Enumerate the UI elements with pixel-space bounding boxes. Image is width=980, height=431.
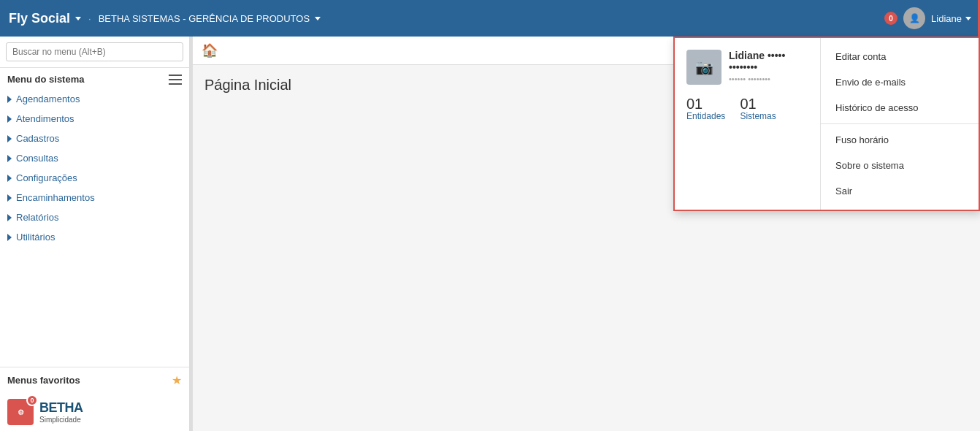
arrow-icon (7, 115, 12, 123)
sidebar-item[interactable]: Encaminhamentos (0, 188, 189, 207)
home-icon[interactable]: 🏠 (202, 42, 218, 58)
star-icon: ★ (172, 373, 182, 387)
sidebar-items: AgendamentosAtendimentosCadastrosConsult… (0, 88, 189, 248)
dropdown-menu-item[interactable]: Envio de e-mails (821, 69, 979, 95)
dropdown-menu-item[interactable]: Editar conta (821, 44, 979, 69)
user-dropdown-menu: Editar contaEnvio de e-mailsHistórico de… (821, 38, 979, 210)
arrow-icon (7, 234, 12, 241)
arrow-icon (7, 194, 12, 202)
sidebar-search-area (0, 37, 189, 68)
systems-link[interactable]: Sistemas (740, 111, 776, 121)
notification-badge[interactable]: 0 (884, 12, 897, 25)
user-caret-icon (965, 17, 971, 20)
navbar: Fly Social · BETHA SISTEMAS - GERÊNCIA D… (0, 0, 980, 37)
camera-icon: 📷 (695, 58, 713, 76)
dropdown-menu-item[interactable]: Histórico de acesso (821, 95, 979, 121)
sidebar-item-label: Relatórios (16, 212, 59, 223)
user-dropdown-profile: 📷 Lidiane ••••• •••••••• •••••• ••••••••… (675, 38, 821, 210)
sidebar-item-label: Configurações (16, 172, 77, 183)
betha-icon-label: ⚙ (18, 408, 24, 416)
sidebar-item[interactable]: Relatórios (0, 207, 189, 227)
user-avatar-large: 📷 (686, 50, 721, 85)
sidebar-menu-title: Menu do sistema (7, 74, 84, 85)
avatar[interactable]: 👤 (903, 7, 925, 29)
entities-link[interactable]: Entidades (686, 111, 725, 121)
dropdown-menu-item[interactable]: Sair (821, 178, 979, 204)
dropdown-divider (821, 123, 979, 124)
favorites-title: Menus favoritos (7, 375, 80, 386)
sidebar: Menu do sistema AgendamentosAtendimentos… (0, 37, 190, 431)
entities-count: 01 (686, 96, 703, 111)
sidebar-item[interactable]: Consultas (0, 148, 189, 168)
sidebar-item-label: Atendimentos (16, 113, 74, 124)
company-caret-icon (315, 17, 321, 20)
brand-logo[interactable]: Fly Social (9, 11, 81, 26)
sidebar-item[interactable]: Configurações (0, 168, 189, 188)
sidebar-item-label: Consultas (16, 153, 58, 164)
systems-stat: 01 Sistemas (740, 96, 776, 121)
nav-divider: · (88, 13, 91, 24)
betha-icon: ⚙ 0 (7, 399, 34, 425)
entities-stat: 01 Entidades (686, 96, 725, 121)
sidebar-bottom: Menus favoritos ★ ⚙ 0 BETHA Simplicidade (0, 367, 189, 431)
dropdown-menu-item[interactable]: Fuso horário (821, 127, 979, 153)
navbar-right: 0 👤 Lidiane (884, 7, 971, 29)
betha-badge: 0 (26, 394, 38, 406)
betha-name: BETHA (39, 400, 83, 416)
dropdown-menu-item[interactable]: Sobre o sistema (821, 153, 979, 178)
sidebar-item-label: Agendamentos (16, 94, 80, 104)
company-label: BETHA SISTEMAS - GERÊNCIA DE PRODUTOS (99, 13, 310, 24)
betha-logo-text: BETHA Simplicidade (39, 400, 83, 424)
arrow-icon (7, 96, 12, 103)
betha-slogan: Simplicidade (39, 416, 83, 424)
systems-count: 01 (740, 96, 756, 111)
brand-caret-icon (75, 17, 81, 20)
user-full-name: Lidiane ••••• •••••••• (729, 50, 808, 73)
betha-logo-area: ⚙ 0 BETHA Simplicidade (0, 393, 189, 431)
user-menu-trigger[interactable]: Lidiane (931, 13, 971, 24)
company-menu[interactable]: BETHA SISTEMAS - GERÊNCIA DE PRODUTOS (99, 13, 321, 24)
user-profile-area: 📷 Lidiane ••••• •••••••• •••••• •••••••• (686, 50, 808, 85)
search-input[interactable] (6, 42, 183, 61)
arrow-icon (7, 155, 12, 162)
sidebar-item[interactable]: Atendimentos (0, 109, 189, 129)
user-dropdown: 📷 Lidiane ••••• •••••••• •••••• ••••••••… (673, 37, 980, 211)
brand-label: Fly Social (9, 11, 70, 26)
arrow-icon (7, 175, 12, 182)
arrow-icon (7, 214, 12, 221)
sidebar-item[interactable]: Agendamentos (0, 89, 189, 109)
user-info: Lidiane ••••• •••••••• •••••• •••••••• (729, 50, 808, 83)
avatar-icon: 👤 (909, 13, 920, 23)
sidebar-menu-header: Menu do sistema (0, 68, 189, 88)
sidebar-item-label: Utilitários (16, 232, 55, 243)
favorites-header: Menus favoritos ★ (0, 367, 189, 393)
sidebar-item[interactable]: Cadastros (0, 129, 189, 148)
sidebar-menu-icon[interactable] (169, 75, 182, 85)
sidebar-item-label: Cadastros (16, 133, 59, 144)
arrow-icon (7, 135, 12, 142)
sidebar-item-label: Encaminhamentos (16, 192, 95, 203)
user-stats: 01 Entidades 01 Sistemas (686, 96, 808, 121)
user-email: •••••• •••••••• (729, 75, 808, 83)
username-label: Lidiane (931, 13, 962, 24)
sidebar-item[interactable]: Utilitários (0, 227, 189, 247)
